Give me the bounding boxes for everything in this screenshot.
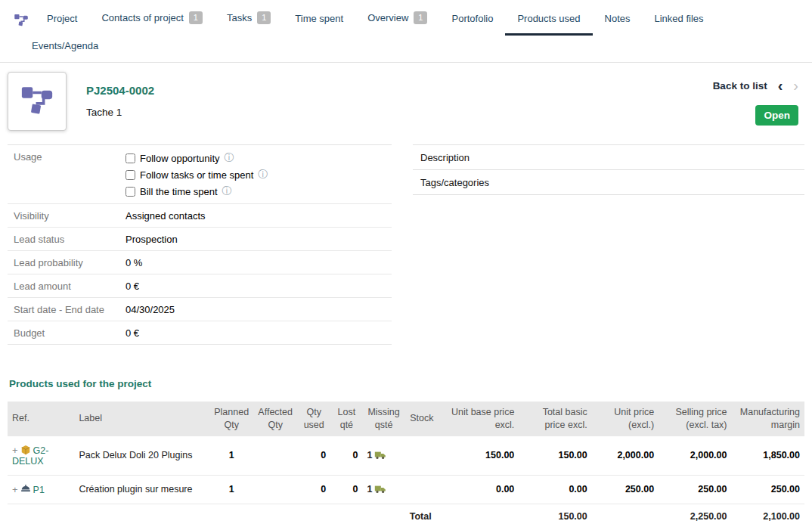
product-label: Création plugin sur mesure: [74, 475, 209, 504]
field-label: Lead probability: [14, 257, 126, 268]
unit-price: 2,000.00: [592, 436, 659, 476]
table-header-row: Ref. Label Planned Qty Affected Qty Qty …: [8, 402, 804, 436]
total-basic-price: 0.00: [519, 475, 591, 504]
products-used-table: Ref. Label Planned Qty Affected Qty Qty …: [8, 402, 804, 524]
col-missing-qty: Missing qsté: [362, 402, 404, 436]
selling-price: 250.00: [659, 475, 731, 504]
field-row-budget: Budget 0 €: [8, 321, 392, 345]
unit-base-price: 0.00: [439, 475, 519, 504]
col-unit-base-price: Unit base price excl.: [439, 402, 519, 436]
shipment-truck-icon[interactable]: [374, 451, 386, 460]
col-label: Label: [74, 402, 209, 436]
follow-tasks-checkbox[interactable]: [126, 170, 135, 180]
affected-qty: [253, 436, 297, 476]
col-affected-qty: Affected Qty: [253, 402, 297, 436]
right-field-table: Description Tags/categories: [413, 144, 804, 345]
planned-qty: 1: [209, 475, 253, 504]
shipment-truck-icon[interactable]: [374, 485, 386, 494]
manufacturing-margin-total: 2,100.00: [732, 504, 804, 524]
col-stock: Stock: [405, 402, 439, 436]
expand-plus-icon[interactable]: +: [12, 445, 18, 456]
tab-events-agenda[interactable]: Events/Agenda: [20, 36, 110, 56]
follow-opportunity-checkbox[interactable]: [126, 153, 135, 163]
field-label: Lead amount: [14, 281, 126, 292]
field-label: Budget: [14, 327, 126, 339]
total-basic-price-total: 150.00: [519, 504, 591, 524]
unit-price: 250.00: [592, 475, 659, 504]
service-bell-icon: [20, 484, 31, 495]
count-badge: 1: [189, 11, 203, 24]
qty-used: 0: [297, 475, 330, 504]
info-icon: ⓘ: [222, 184, 232, 198]
project-title: Tache 1: [86, 107, 154, 118]
checkbox-bill-time[interactable]: Bill the time spent ⓘ: [126, 184, 268, 198]
product-row: +P1 Création plugin sur mesure 1 0 0 1 0…: [8, 475, 804, 504]
tab-tasks[interactable]: Tasks1: [215, 5, 283, 36]
qty-used: 0: [297, 436, 330, 476]
lost-qty: 0: [330, 436, 362, 476]
tab-contacts-of-project[interactable]: Contacts of project1: [89, 5, 215, 36]
field-value: Prospection: [126, 234, 178, 245]
count-badge: 1: [414, 11, 427, 24]
checkbox-follow-opportunity[interactable]: Follow opportunity ⓘ: [126, 151, 268, 165]
tab-linked-files[interactable]: Linked files: [642, 6, 715, 36]
info-icon: ⓘ: [225, 151, 234, 165]
tab-portofolio[interactable]: Portofolio: [439, 6, 505, 36]
info-icon: ⓘ: [258, 168, 268, 181]
field-value: 0 €: [126, 281, 139, 292]
field-row-lead-amount: Lead amount 0 €: [8, 274, 392, 298]
next-record-icon: ›: [793, 78, 798, 93]
checkbox-follow-tasks[interactable]: Follow tasks or time spent ⓘ: [126, 168, 268, 181]
planned-qty: 1: [209, 436, 253, 476]
tab-navigation: Project Contacts of project1 Tasks1 Time…: [0, 0, 812, 63]
total-basic-price: 150.00: [519, 436, 591, 476]
product-ref-link[interactable]: P1: [33, 485, 45, 495]
field-row-description: Description: [413, 145, 804, 170]
col-manufacturing-margin: Manufacturing margin: [732, 402, 804, 436]
col-qty-used: Qty used: [297, 402, 330, 436]
field-row-lead-status: Lead status Prospection: [8, 228, 392, 251]
col-unit-price: Unit price (excl.): [592, 402, 659, 436]
field-value: 0 €: [126, 327, 139, 339]
field-value: 0 %: [126, 257, 142, 268]
missing-qty: 1: [367, 450, 372, 460]
selling-price: 2,000.00: [659, 436, 731, 476]
manufacturing-margin: 250.00: [732, 475, 804, 504]
expand-plus-icon[interactable]: +: [12, 484, 18, 495]
lost-qty: 0: [330, 475, 362, 504]
left-field-table: Usage Follow opportunity ⓘ Follow tasks …: [8, 144, 392, 345]
back-to-list-link[interactable]: Back to list: [713, 80, 767, 91]
field-label: Lead status: [14, 234, 126, 245]
bill-time-checkbox[interactable]: [126, 187, 135, 197]
selling-price-total: 2,250.00: [659, 504, 731, 524]
project-icon: [20, 84, 54, 119]
status-badge: Open: [755, 105, 798, 126]
project-logo-icon: [14, 13, 29, 28]
detail-columns: Usage Follow opportunity ⓘ Follow tasks …: [0, 138, 812, 345]
tab-project[interactable]: Project: [35, 6, 89, 36]
tab-overview[interactable]: Overview1: [355, 5, 439, 36]
tab-products-used[interactable]: Products used: [505, 6, 592, 36]
field-row-tags-categories: Tags/categories: [413, 170, 804, 195]
field-value: 04/30/2025: [126, 304, 175, 315]
unit-base-price: 150.00: [439, 436, 519, 476]
affected-qty: [253, 475, 297, 504]
stock: [405, 475, 439, 504]
previous-record-icon[interactable]: ‹: [778, 78, 783, 93]
total-row: Total 150.00 2,250.00 2,100.00: [8, 504, 804, 524]
field-label: Start date - End date: [14, 304, 126, 315]
count-badge: 1: [257, 11, 271, 24]
col-ref: Ref.: [8, 402, 74, 436]
project-ref[interactable]: PJ2504-0002: [86, 84, 154, 97]
field-row-lead-probability: Lead probability 0 %: [8, 251, 392, 274]
col-planned-qty: Planned Qty: [209, 402, 253, 436]
app-logo-icon[interactable]: [8, 13, 35, 36]
field-row-usage: Usage Follow opportunity ⓘ Follow tasks …: [8, 145, 392, 204]
product-row: +G2-DELUX Pack Delux Doli 20 Plugins 1 0…: [8, 436, 804, 476]
field-value: Assigned contacts: [126, 210, 206, 222]
tab-notes[interactable]: Notes: [593, 6, 643, 36]
tab-time-spent[interactable]: Time spent: [283, 6, 355, 36]
stock: [405, 436, 439, 476]
field-label: Visibility: [14, 210, 126, 222]
col-total-basic-price: Total basic price excl.: [519, 402, 591, 436]
